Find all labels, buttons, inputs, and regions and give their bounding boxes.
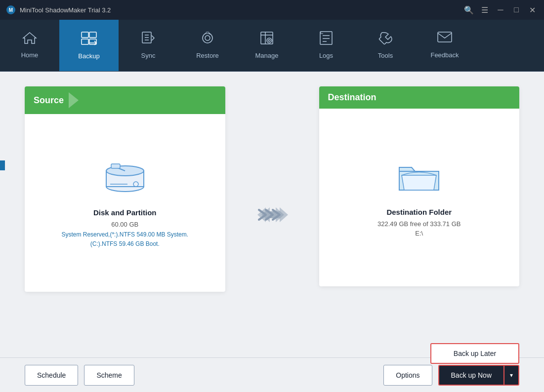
manage-icon: [259, 31, 274, 48]
dest-folder-drive: E:\: [415, 230, 423, 237]
disk-icon: [100, 157, 150, 198]
minimize-btn[interactable]: ─: [495, 4, 506, 16]
nav-feedback-label: Feedback: [430, 51, 459, 59]
nav-feedback[interactable]: Feedback: [415, 20, 474, 71]
backup-now-button[interactable]: Back up Now: [438, 365, 503, 386]
destination-card[interactable]: Destination Destination F: [319, 86, 520, 286]
svg-text:M: M: [9, 7, 13, 13]
svg-rect-12: [206, 32, 209, 34]
nav-logs-label: Logs: [319, 52, 333, 59]
feedback-icon: [437, 31, 453, 47]
nav-backup[interactable]: Backup: [59, 20, 119, 71]
svg-rect-30: [111, 164, 120, 168]
search-btn[interactable]: 🔍: [463, 4, 475, 16]
app-title: MiniTool ShadowMaker Trial 3.2: [20, 6, 463, 14]
nav-restore-label: Restore: [196, 52, 219, 59]
nav-bar: Home Backup Sync: [0, 20, 544, 72]
source-header: Source: [25, 86, 225, 114]
sync-icon: [141, 31, 156, 48]
nav-backup-label: Backup: [78, 52, 99, 60]
bottom-bar: Schedule Scheme Options Back up Later Ba…: [0, 357, 544, 392]
destination-body: Destination Folder 322.49 GB free of 333…: [319, 109, 520, 286]
source-header-decoration: [69, 92, 79, 108]
restore-icon: [200, 31, 215, 48]
nav-sync-label: Sync: [141, 52, 156, 59]
backup-icon: [81, 31, 97, 48]
svg-rect-2: [82, 32, 88, 38]
svg-point-11: [205, 36, 210, 40]
arrow-container: [255, 202, 290, 227]
backup-later-item[interactable]: Back up Later: [431, 344, 518, 363]
svg-point-10: [203, 33, 212, 43]
content-area: Source: [0, 72, 544, 392]
nav-tools-label: Tools: [378, 52, 393, 59]
app-logo: M: [6, 5, 16, 15]
source-body: Disk and Partition 60.00 GB System Reser…: [25, 114, 225, 292]
source-title: Source: [34, 95, 64, 106]
destination-header: Destination: [319, 86, 520, 109]
destination-title: Destination: [328, 92, 377, 103]
source-disk-size: 60.00 GB: [111, 221, 138, 228]
backup-dropdown-button[interactable]: ▾: [503, 365, 519, 386]
tools-icon: [378, 31, 393, 48]
side-tab[interactable]: [0, 160, 5, 170]
source-card[interactable]: Source: [25, 86, 225, 292]
nav-home[interactable]: Home: [0, 20, 59, 71]
nav-manage[interactable]: Manage: [237, 20, 296, 71]
nav-tools[interactable]: Tools: [356, 20, 415, 71]
maximize-btn[interactable]: □: [510, 4, 522, 16]
main-content: Source: [0, 72, 544, 357]
menu-btn[interactable]: ☰: [479, 4, 491, 16]
nav-home-label: Home: [21, 51, 39, 59]
chevron-down-icon: ▾: [510, 372, 513, 379]
close-btn[interactable]: ✕: [526, 4, 538, 16]
nav-logs[interactable]: Logs: [296, 20, 356, 71]
source-disk-title: Disk and Partition: [93, 208, 157, 217]
nav-manage-label: Manage: [255, 52, 279, 59]
svg-rect-3: [89, 32, 96, 38]
dest-folder-size: 322.49 GB free of 333.71 GB: [377, 220, 460, 228]
backup-button-group: Back up Later Back up Now ▾: [438, 365, 519, 386]
scheme-button[interactable]: Scheme: [84, 365, 134, 386]
window-controls: 🔍 ☰ ─ □ ✕: [463, 4, 538, 16]
title-bar: M MiniTool ShadowMaker Trial 3.2 🔍 ☰ ─ □…: [0, 0, 544, 20]
schedule-button[interactable]: Schedule: [25, 365, 78, 386]
backup-dropdown-menu: Back up Later: [430, 343, 519, 364]
logs-icon: [319, 31, 333, 48]
source-disk-detail: System Reserved,(*:).NTFS 549.00 MB Syst…: [56, 230, 194, 249]
svg-point-16: [267, 38, 272, 43]
dest-folder-title: Destination Folder: [386, 208, 452, 216]
nav-sync[interactable]: Sync: [119, 20, 178, 71]
home-icon: [22, 31, 37, 47]
svg-rect-4: [82, 39, 88, 44]
folder-icon: [394, 157, 444, 198]
nav-restore[interactable]: Restore: [178, 20, 237, 71]
options-button[interactable]: Options: [383, 365, 432, 386]
svg-rect-22: [438, 32, 452, 42]
